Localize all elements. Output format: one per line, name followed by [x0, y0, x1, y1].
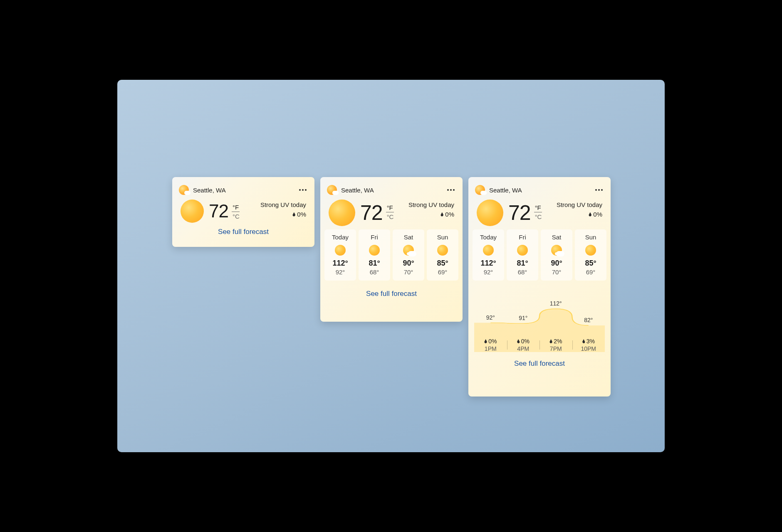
partly-cloudy-icon — [551, 245, 562, 256]
day-low: 68° — [507, 268, 538, 276]
svg-point-1 — [302, 189, 304, 191]
sun-icon — [517, 245, 528, 256]
hour-precip: 2% — [539, 338, 572, 345]
day-high: 85° — [575, 259, 606, 268]
droplet-icon — [517, 339, 520, 343]
weather-app-icon — [179, 185, 189, 195]
day-high: 90° — [541, 259, 572, 268]
day-tile[interactable]: Sun85°69° — [427, 229, 458, 281]
unit-fahrenheit-button[interactable]: °F — [232, 204, 240, 212]
see-full-forecast-link[interactable]: See full forecast — [514, 360, 565, 368]
day-label: Sat — [541, 234, 572, 241]
day-tile[interactable]: Sun85°69° — [575, 229, 606, 281]
sun-icon — [369, 245, 380, 256]
ellipsis-icon — [447, 189, 455, 191]
day-tile[interactable]: Sat90°70° — [393, 229, 424, 281]
day-tile[interactable]: Fri81°68° — [359, 229, 390, 281]
svg-point-4 — [450, 189, 452, 191]
hour-divider — [539, 340, 540, 350]
ellipsis-icon — [595, 189, 603, 191]
location-label: Seattle, WA — [193, 187, 298, 194]
unit-fahrenheit-button[interactable]: °F — [386, 204, 394, 212]
more-options-button[interactable] — [298, 185, 308, 195]
hour-time: 10PM — [572, 345, 605, 352]
canvas: Seattle, WA 72 °F °C Strong UV today — [117, 80, 665, 452]
svg-point-0 — [299, 189, 301, 191]
sun-icon — [181, 200, 204, 223]
current-temp: 72 — [209, 202, 228, 220]
unit-fahrenheit-button[interactable]: °F — [534, 204, 542, 212]
day-low: 69° — [427, 268, 458, 276]
day-label: Today — [473, 234, 504, 241]
day-label: Fri — [507, 234, 538, 241]
svg-point-7 — [598, 189, 600, 191]
svg-point-2 — [305, 189, 307, 191]
precip-reading: 0% — [408, 211, 454, 218]
hour-time: 7PM — [539, 345, 572, 352]
current-temp: 72 — [508, 202, 531, 223]
more-options-button[interactable] — [446, 185, 456, 195]
sun-icon — [437, 245, 448, 256]
hour-column: 2%7PM — [539, 338, 572, 352]
day-high: 112° — [324, 259, 356, 268]
hour-precip: 0% — [474, 338, 507, 345]
droplet-icon — [589, 212, 591, 217]
weather-alert: Strong UV today — [408, 201, 454, 208]
unit-celsius-button[interactable]: °C — [232, 212, 240, 220]
day-tile[interactable]: Today112°92° — [473, 229, 504, 281]
sun-icon — [335, 245, 346, 256]
hour-divider — [572, 340, 573, 350]
see-full-forecast-link[interactable]: See full forecast — [366, 290, 417, 298]
hourly-chart: 92°91°112°82°0%1PM0%4PM2%7PM3%10PM — [474, 286, 605, 352]
hour-column: 0%1PM — [474, 338, 507, 352]
hour-time: 4PM — [507, 345, 540, 352]
svg-point-5 — [453, 189, 455, 191]
day-low: 92° — [473, 268, 504, 276]
unit-celsius-button[interactable]: °C — [534, 212, 543, 220]
precip-value: 0% — [297, 211, 306, 218]
day-low: 92° — [324, 268, 356, 276]
hour-column: 3%10PM — [572, 338, 605, 352]
hour-time: 1PM — [474, 345, 507, 352]
weather-alert: Strong UV today — [557, 201, 602, 208]
current-temp: 72 — [360, 202, 383, 223]
location-label: Seattle, WA — [489, 187, 594, 194]
day-low: 69° — [575, 268, 606, 276]
see-full-forecast-link[interactable]: See full forecast — [218, 228, 269, 236]
unit-celsius-button[interactable]: °C — [386, 212, 395, 220]
partly-cloudy-icon — [403, 245, 414, 256]
day-tile[interactable]: Today112°92° — [324, 229, 356, 281]
location-label: Seattle, WA — [341, 187, 446, 194]
more-options-button[interactable] — [594, 185, 604, 195]
sun-icon — [585, 245, 596, 256]
day-high: 81° — [359, 259, 390, 268]
day-low: 70° — [541, 268, 572, 276]
hour-temp-label: 91° — [519, 315, 527, 321]
sun-icon — [477, 200, 503, 226]
day-high: 81° — [507, 259, 538, 268]
weather-alert: Strong UV today — [260, 201, 306, 208]
hour-temp-label: 92° — [486, 314, 495, 321]
svg-point-8 — [601, 189, 603, 191]
droplet-icon — [292, 212, 295, 217]
hour-divider — [507, 340, 507, 350]
svg-point-3 — [447, 189, 449, 191]
droplet-icon — [440, 212, 443, 217]
day-label: Today — [324, 234, 356, 241]
sun-icon — [483, 245, 494, 256]
svg-point-6 — [595, 189, 597, 191]
day-low: 68° — [359, 268, 390, 276]
day-low: 70° — [393, 268, 424, 276]
ellipsis-icon — [299, 189, 307, 191]
day-tile[interactable]: Fri81°68° — [507, 229, 538, 281]
precip-reading: 0% — [557, 211, 602, 218]
precip-reading: 0% — [260, 211, 306, 218]
day-label: Sun — [575, 234, 606, 241]
day-high: 85° — [427, 259, 458, 268]
day-tile[interactable]: Sat90°70° — [541, 229, 572, 281]
hour-temp-label: 112° — [550, 300, 562, 307]
droplet-icon — [549, 339, 552, 343]
hour-temp-label: 82° — [584, 317, 593, 323]
droplet-icon — [582, 339, 585, 343]
day-label: Fri — [359, 234, 390, 241]
